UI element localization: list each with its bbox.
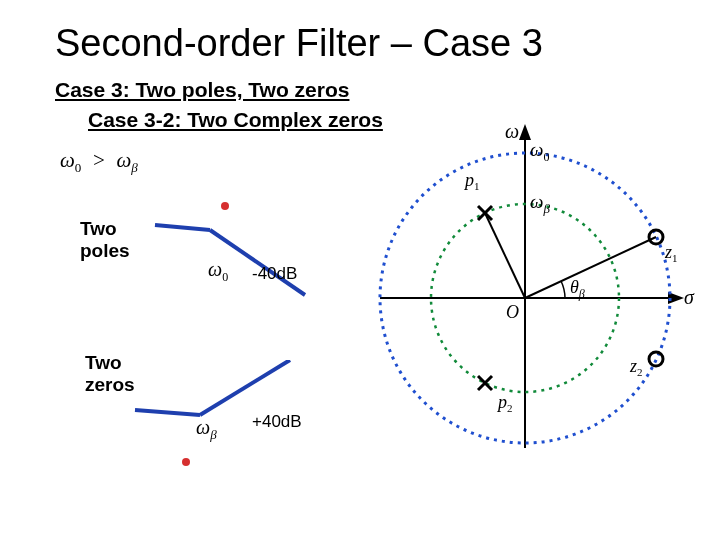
svg-point-5 [182,458,190,466]
slope-label-plus40db: +40dB [252,412,302,432]
page-title: Second-order Filter – Case 3 [55,22,543,65]
inequality-omega0-gt-omegabeta: ω0 > ωβ [60,148,138,176]
axis-label-sigma: σ [684,286,695,308]
svg-line-0 [155,225,210,230]
subtitle-case3-2: Case 3-2: Two Complex zeros [88,108,383,132]
svg-point-2 [221,202,229,210]
origin-label: O [506,302,519,322]
slope-label-minus40db: -40dB [252,264,297,284]
label-p1: p1 [463,170,480,192]
label-two-zeros: Twozeros [85,352,135,396]
svg-line-10 [485,213,525,298]
svg-line-3 [135,410,200,415]
axis-label-jw: ω [505,120,519,142]
svg-line-4 [200,360,290,415]
svg-point-17 [649,352,663,366]
subtitle-case3: Case 3: Two poles, Two zeros [55,78,349,102]
label-omega-beta: ωβ [530,191,550,216]
corner-freq-omega-beta: ωβ [196,416,217,443]
corner-freq-omega0: ω0 [208,258,228,285]
pole-zero-plot: ω σ O ω0 ωβ θβ p1 p2 z1 z2 [370,118,700,458]
label-z2: z2 [629,356,643,378]
label-two-poles: Twopoles [80,218,130,262]
label-z1: z1 [664,242,678,264]
label-omega0: ω0 [530,139,549,164]
bode-sketch-poles [150,200,310,300]
svg-line-11 [525,237,656,298]
bode-sketch-zeros [130,360,290,460]
label-p2: p2 [496,392,513,414]
